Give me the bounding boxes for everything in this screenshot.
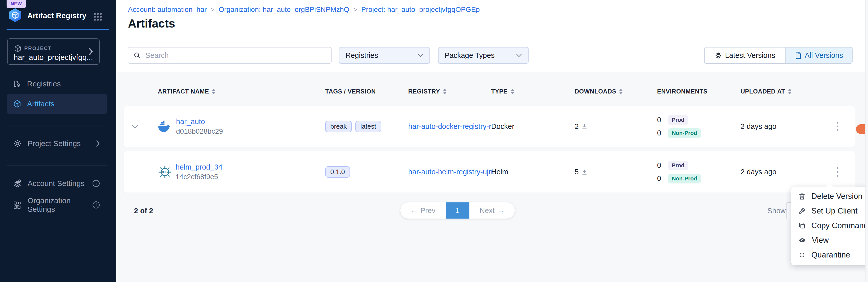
package-types-filter-label: Package Types (445, 51, 495, 60)
menu-item-quarantine[interactable]: Quarantine (791, 248, 868, 262)
column-header-downloads: DOWNLOADS (572, 88, 655, 95)
uploaded-at: 2 days ago (739, 122, 820, 131)
new-badge: NEW (7, 0, 26, 8)
latest-versions-button[interactable]: Latest Versions (705, 47, 785, 63)
search-input[interactable] (145, 51, 326, 60)
info-icon[interactable] (92, 179, 100, 188)
registries-icon (13, 80, 22, 88)
wrench-icon (798, 207, 806, 215)
search-box (128, 47, 332, 64)
sidebar-item-artifacts[interactable]: Artifacts (7, 94, 107, 114)
sort-icon[interactable] (212, 89, 215, 94)
sidebar-divider (7, 126, 107, 126)
column-header-artifact-name: ARTIFACT NAME (146, 88, 323, 95)
breadcrumb-project-link[interactable]: Project: har_auto_projectjvfgqOPGEp (361, 6, 479, 14)
artifact-name-link[interactable]: har_auto (176, 117, 223, 126)
row-actions-context-menu: Delete Version Set Up Client Copy Comman… (791, 187, 868, 265)
helm-icon: HELM (158, 165, 172, 179)
registries-filter-dropdown[interactable]: Registries (339, 47, 430, 64)
chevron-down-icon (516, 53, 522, 57)
module-grid-icon[interactable] (93, 12, 103, 22)
column-header-type: TYPE (489, 88, 572, 95)
downloads-count: 2 (575, 122, 579, 131)
latest-versions-label: Latest Versions (725, 51, 775, 60)
env-nonprod-badge: Non-Prod (668, 174, 701, 183)
tag-pill[interactable]: break (325, 121, 352, 132)
sort-icon[interactable] (788, 89, 792, 94)
breadcrumb-separator: > (211, 6, 214, 14)
all-versions-button[interactable]: All Versions (785, 47, 852, 63)
breadcrumb-account-link[interactable]: Account: automation_har (128, 6, 207, 14)
row-actions-menu-button[interactable] (834, 119, 841, 134)
sort-icon[interactable] (619, 89, 623, 94)
env-nonprod-count: 0 (657, 129, 661, 137)
menu-item-copy-command[interactable]: Copy Command (791, 218, 868, 233)
version-pill[interactable]: 0.1.0 (325, 166, 350, 178)
row-actions-menu-button[interactable] (834, 165, 841, 179)
env-nonprod-badge: Non-Prod (668, 128, 701, 138)
page-number-button[interactable]: 1 (446, 202, 469, 219)
package-types-filter-dropdown[interactable]: Package Types (438, 47, 529, 64)
env-prod-badge: Prod (668, 115, 688, 125)
artifact-name-link[interactable]: helm_prod_34 (176, 163, 222, 171)
sort-icon[interactable] (443, 89, 447, 94)
quarantine-icon (798, 251, 806, 259)
column-header-uploaded-at: UPLOADED AT (739, 88, 820, 95)
breadcrumb-separator: > (353, 6, 357, 14)
right-arrow-icon: → (497, 206, 504, 215)
project-label: PROJECT (24, 45, 52, 51)
sidebar-item-label: Account Settings (28, 179, 85, 188)
download-icon (581, 169, 588, 175)
info-icon[interactable] (92, 201, 100, 209)
downloads-count: 5 (575, 168, 579, 176)
right-edge-gutter (865, 0, 868, 282)
left-arrow-icon: ← (410, 206, 418, 215)
prev-page-button[interactable]: ← Prev (400, 202, 446, 219)
toolbar: Registries Package Types Latest Versions (116, 36, 868, 72)
chevron-down-icon (417, 53, 423, 57)
page-title: Artifacts (128, 17, 175, 30)
env-prod-badge: Prod (668, 161, 688, 170)
sidebar-item-account-settings[interactable]: Account Settings (7, 174, 107, 192)
table-row: har_auto d018b028bc29 break latest har-a… (124, 106, 855, 147)
project-cube-icon (14, 44, 22, 52)
layers-gear-icon (13, 179, 22, 188)
project-selector[interactable]: PROJECT har_auto_projectjvfgq... (7, 38, 100, 65)
artifact-type: Docker (489, 122, 572, 131)
sidebar: NEW Artifact Registry PROJECT har_auto_p… (0, 0, 116, 282)
results-count: 2 of 2 (134, 207, 153, 215)
sidebar-item-label: Artifacts (27, 100, 54, 108)
table-header: ARTIFACT NAME TAGS / VERSION REGISTRY TY… (124, 83, 855, 100)
artifact-digest: 14c2cf68f9e5 (176, 173, 222, 181)
chevron-right-icon (88, 47, 94, 56)
env-nonprod-count: 0 (657, 174, 661, 183)
breadcrumb-organization-link[interactable]: Organization: har_auto_orgBPiSNPMzhQ (219, 6, 349, 14)
next-page-button[interactable]: Next → (469, 202, 515, 219)
sort-icon[interactable] (510, 89, 514, 94)
help-resource-button[interactable] (856, 124, 865, 134)
menu-item-set-up-client[interactable]: Set Up Client (791, 204, 868, 218)
app-title: Artifact Registry (27, 11, 86, 20)
layers-icon (714, 51, 722, 59)
menu-item-view[interactable]: View (791, 233, 868, 248)
sidebar-item-registries[interactable]: Registries (7, 75, 107, 93)
copy-icon (798, 222, 806, 230)
tag-pill[interactable]: latest (355, 121, 381, 132)
file-icon (795, 51, 802, 59)
sidebar-item-project-settings[interactable]: Project Settings (7, 134, 107, 153)
project-name: har_auto_projectjvfgq... (14, 53, 93, 62)
sidebar-item-organization-settings[interactable]: Organization Settings (7, 196, 107, 214)
row-expander-chevron[interactable] (124, 124, 146, 129)
gear-icon (13, 139, 22, 148)
registry-link[interactable]: har-auto-docker-registry-r... (408, 122, 497, 130)
sidebar-item-label: Registries (27, 80, 61, 88)
show-label: Show (767, 207, 786, 215)
artifact-registry-logo-icon (8, 8, 23, 23)
uploaded-at: 2 days ago (739, 168, 820, 176)
chevron-down-icon (131, 124, 139, 129)
column-header-tags-version: TAGS / VERSION (323, 88, 406, 95)
table-row: HELM helm_prod_34 14c2cf68f9e5 0.1.0 har… (124, 151, 855, 192)
artifact-digest: d018b028bc29 (176, 127, 223, 135)
all-versions-label: All Versions (805, 51, 843, 60)
registry-link[interactable]: har-auto-helm-registry-ujn... (408, 168, 499, 176)
